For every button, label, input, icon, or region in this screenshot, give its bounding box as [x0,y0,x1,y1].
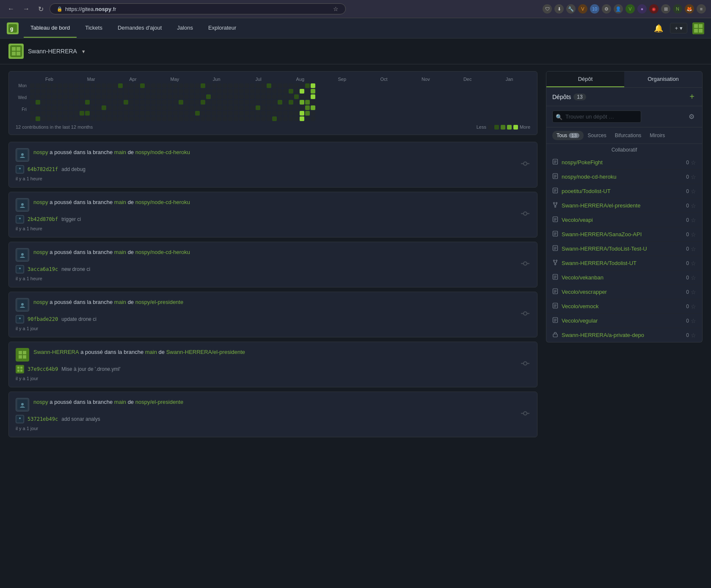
graph-cell[interactable] [283,94,288,99]
graph-cell[interactable] [162,111,167,116]
graph-cell[interactable] [151,111,156,116]
graph-cell[interactable] [36,94,40,99]
activity-branch[interactable]: main [114,149,126,155]
graph-cell[interactable] [157,100,161,105]
graph-cell[interactable] [36,105,40,110]
graph-cell[interactable] [157,116,161,121]
graph-cell[interactable] [80,83,84,88]
graph-cell[interactable] [129,83,134,88]
graph-cell[interactable] [305,100,310,105]
repo-name[interactable]: Swann-HERRERA/TodoList-Test-U [562,246,647,252]
graph-cell[interactable] [311,105,315,110]
graph-cell[interactable] [162,116,167,121]
graph-cell[interactable] [63,116,68,121]
graph-cell[interactable] [173,105,178,110]
graph-cell[interactable] [140,116,145,121]
graph-cell[interactable] [63,105,68,110]
graph-cell[interactable] [124,105,128,110]
graph-cell[interactable] [168,83,172,88]
graph-cell[interactable] [135,89,139,94]
graph-cell[interactable] [157,105,161,110]
graph-cell[interactable] [228,105,233,110]
activity-user[interactable]: Swann-HERRERA [33,349,79,355]
repo-list-item[interactable]: Swann-HERRERA/el-presidente 0 ☆ [546,199,702,213]
activity-repo[interactable]: nospy/node-cd-heroku [135,149,190,155]
activity-user[interactable]: nospy [33,149,48,155]
graph-cell[interactable] [173,111,178,116]
graph-cell[interactable] [190,94,194,99]
graph-cell[interactable] [113,83,117,88]
graph-cell[interactable] [195,116,200,121]
graph-cell[interactable] [245,94,249,99]
graph-cell[interactable] [239,89,244,94]
tab-depot[interactable]: Dépôt [546,72,624,87]
graph-cell[interactable] [234,116,238,121]
graph-cell[interactable] [289,94,293,99]
graph-cell[interactable] [311,100,315,105]
repo-name[interactable]: pooetitu/Todolist-UT [562,188,611,194]
star-icon[interactable]: ☆ [691,217,696,224]
filter-miroirs[interactable]: Miroirs [645,131,669,140]
graph-cell[interactable] [58,105,62,110]
graph-cell[interactable] [129,105,134,110]
graph-cell[interactable] [74,116,79,121]
graph-cell[interactable] [212,100,216,105]
commit-hash[interactable]: 37e9cc64b9 [28,366,58,372]
graph-cell[interactable] [140,111,145,116]
graph-cell[interactable] [74,89,79,94]
graph-cell[interactable] [118,94,123,99]
graph-cell[interactable] [168,94,172,99]
graph-cell[interactable] [195,111,200,116]
graph-cell[interactable] [157,94,161,99]
graph-cell[interactable] [239,100,244,105]
graph-cell[interactable] [267,94,271,99]
graph-cell[interactable] [102,83,106,88]
graph-cell[interactable] [146,94,150,99]
graph-cell[interactable] [201,94,205,99]
graph-cell[interactable] [289,105,293,110]
graph-cell[interactable] [135,111,139,116]
graph-cell[interactable] [250,94,255,99]
graph-cell[interactable] [85,89,90,94]
graph-cell[interactable] [294,116,299,121]
graph-cell[interactable] [135,83,139,88]
graph-cell[interactable] [261,111,266,116]
graph-cell[interactable] [261,105,266,110]
graph-cell[interactable] [250,100,255,105]
graph-cell[interactable] [179,111,183,116]
graph-cell[interactable] [63,100,68,105]
graph-cell[interactable] [305,105,310,110]
create-button[interactable]: + ▾ [670,23,687,33]
graph-cell[interactable] [278,105,282,110]
graph-cell[interactable] [151,100,156,105]
graph-cell[interactable] [212,94,216,99]
graph-cell[interactable] [223,83,227,88]
graph-cell[interactable] [272,83,277,88]
star-icon[interactable]: ☆ [691,289,696,295]
nav-explorateur[interactable]: Explorateur [201,19,243,38]
graph-cell[interactable] [118,100,123,105]
graph-cell[interactable] [96,83,101,88]
graph-cell[interactable] [223,105,227,110]
graph-cell[interactable] [212,105,216,110]
graph-cell[interactable] [267,116,271,121]
activity-user[interactable]: nospy [33,249,48,255]
graph-cell[interactable] [30,111,35,116]
graph-cell[interactable] [311,83,315,88]
graph-cell[interactable] [80,89,84,94]
graph-cell[interactable] [179,89,183,94]
graph-cell[interactable] [135,94,139,99]
graph-cell[interactable] [272,89,277,94]
graph-cell[interactable] [140,83,145,88]
repo-name[interactable]: Swann-HERRERA/Todolist-UT [562,260,637,266]
graph-cell[interactable] [162,105,167,110]
graph-cell[interactable] [228,94,233,99]
nav-demandes[interactable]: Demandes d'ajout [111,19,168,38]
graph-cell[interactable] [91,83,95,88]
graph-cell[interactable] [124,83,128,88]
graph-cell[interactable] [195,105,200,110]
graph-cell[interactable] [41,94,46,99]
graph-cell[interactable] [63,83,68,88]
graph-cell[interactable] [267,83,271,88]
graph-cell[interactable] [234,100,238,105]
